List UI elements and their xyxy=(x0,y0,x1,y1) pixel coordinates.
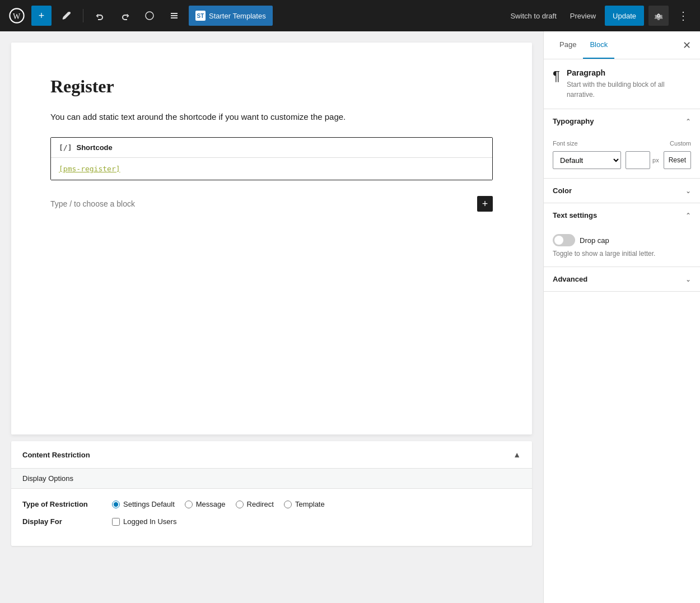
add-block-button[interactable]: + xyxy=(31,6,52,26)
checkbox-logged-in-label: Logged In Users xyxy=(123,517,176,526)
block-name: Paragraph xyxy=(567,68,691,77)
radio-template[interactable]: Template xyxy=(284,500,325,508)
content-restriction-toggle-icon: ▲ xyxy=(513,450,521,459)
display-for-row: Display For Logged In Users xyxy=(22,517,521,526)
display-options-bar: Display Options xyxy=(11,469,532,489)
svg-rect-3 xyxy=(171,13,178,14)
add-block-inline-button[interactable]: + xyxy=(477,196,493,212)
radio-template-input[interactable] xyxy=(284,501,292,508)
block-info: ¶ Paragraph Start with the building bloc… xyxy=(544,59,700,109)
pencil-icon-button[interactable] xyxy=(56,6,76,26)
list-view-button[interactable] xyxy=(164,6,184,26)
radio-message-input[interactable] xyxy=(185,501,193,508)
svg-text:W: W xyxy=(13,12,21,21)
info-button[interactable] xyxy=(139,6,160,26)
text-settings-chevron-icon: ⌃ xyxy=(685,212,691,219)
page-description: You can add static text around the short… xyxy=(50,110,493,124)
font-size-label: Font size xyxy=(553,140,665,147)
tab-page[interactable]: Page xyxy=(553,31,583,59)
close-sidebar-button[interactable]: ✕ xyxy=(683,31,691,59)
type-of-restriction-row: Type of Restriction Settings Default Mes… xyxy=(22,500,521,508)
advanced-section-title: Advanced xyxy=(553,275,587,283)
editor-canvas: Register You can add static text around … xyxy=(11,43,532,434)
font-size-controls: Default Small Normal Medium Large X-Larg… xyxy=(553,151,691,169)
sidebar-tabs: Page Block ✕ xyxy=(544,31,700,59)
font-size-unit: px xyxy=(652,157,659,163)
paragraph-icon: ¶ xyxy=(553,68,560,84)
right-sidebar: Page Block ✕ ¶ Paragraph Start with the … xyxy=(543,31,700,603)
wp-logo[interactable]: W xyxy=(7,6,27,26)
update-button[interactable]: Update xyxy=(605,6,644,26)
text-settings-section-body: Drop cap Toggle to show a large initial … xyxy=(544,227,700,267)
redo-button[interactable] xyxy=(115,6,135,26)
block-description: Start with the building block of all nar… xyxy=(567,80,691,100)
display-options-label: Display Options xyxy=(22,474,73,483)
restriction-radio-group: Settings Default Message Redirect T xyxy=(112,500,325,508)
radio-message[interactable]: Message xyxy=(185,500,226,508)
shortcode-icon: [/] xyxy=(59,143,72,152)
starter-templates-icon: ST xyxy=(195,11,206,21)
page-title: Register xyxy=(50,76,493,97)
tab-block[interactable]: Block xyxy=(583,31,614,59)
block-info-text: Paragraph Start with the building block … xyxy=(567,68,691,100)
radio-message-label: Message xyxy=(196,500,226,508)
display-for-label: Display For xyxy=(22,517,101,526)
drop-cap-label: Drop cap xyxy=(580,236,609,245)
color-section-title: Color xyxy=(553,186,572,195)
svg-rect-5 xyxy=(171,17,178,18)
font-size-custom-input[interactable] xyxy=(626,151,650,169)
reset-font-size-button[interactable]: Reset xyxy=(664,151,691,169)
undo-button[interactable] xyxy=(90,6,110,26)
drop-cap-toggle[interactable] xyxy=(553,234,575,246)
topbar-right: Switch to draft Preview Update ⋮ xyxy=(506,6,693,26)
starter-templates-button[interactable]: ST Starter Templates xyxy=(189,6,273,26)
typography-section: Typography ⌃ Font size Custom Default Sm… xyxy=(544,109,700,179)
preview-button[interactable]: Preview xyxy=(566,8,600,24)
radio-redirect-label: Redirect xyxy=(247,500,274,508)
font-size-custom-label: Custom xyxy=(670,140,691,147)
add-block-row: Type / to choose a block + xyxy=(50,191,493,216)
advanced-section: Advanced ⌄ xyxy=(544,267,700,292)
add-block-placeholder[interactable]: Type / to choose a block xyxy=(50,199,135,208)
radio-template-label: Template xyxy=(295,500,325,508)
radio-redirect[interactable]: Redirect xyxy=(236,500,274,508)
content-restriction-panel: Content Restriction ▲ Display Options Ty… xyxy=(11,441,532,546)
checkbox-logged-in-input[interactable] xyxy=(112,518,120,526)
checkbox-logged-in[interactable]: Logged In Users xyxy=(112,517,176,526)
starter-templates-label: Starter Templates xyxy=(209,12,266,20)
shortcode-header: [/] Shortcode xyxy=(51,138,492,158)
svg-point-2 xyxy=(146,12,153,20)
color-section-header[interactable]: Color ⌄ xyxy=(544,179,700,203)
type-of-restriction-label: Type of Restriction xyxy=(22,500,101,508)
text-settings-section: Text settings ⌃ Drop cap Toggle to show … xyxy=(544,203,700,267)
drop-cap-description: Toggle to show a large initial letter. xyxy=(553,250,691,258)
layout: Register You can add static text around … xyxy=(0,31,700,603)
typography-section-header[interactable]: Typography ⌃ xyxy=(544,109,700,133)
drop-cap-slider xyxy=(553,234,575,246)
font-size-labels-row: Font size Custom xyxy=(553,140,691,147)
drop-cap-toggle-row: Drop cap xyxy=(553,234,691,246)
font-size-select[interactable]: Default Small Normal Medium Large X-Larg… xyxy=(553,151,621,169)
separator-1 xyxy=(83,9,83,22)
more-options-button[interactable]: ⋮ xyxy=(673,6,693,26)
settings-button[interactable] xyxy=(648,6,669,26)
content-restriction-title: Content Restriction xyxy=(22,451,90,459)
radio-redirect-input[interactable] xyxy=(236,501,244,508)
shortcode-code: [pms-register] xyxy=(59,165,120,173)
color-section: Color ⌄ xyxy=(544,179,700,203)
radio-settings-default[interactable]: Settings Default xyxy=(112,500,175,508)
radio-settings-default-label: Settings Default xyxy=(123,500,175,508)
shortcode-block[interactable]: [/] Shortcode [pms-register] xyxy=(50,137,493,180)
cr-body: Type of Restriction Settings Default Mes… xyxy=(11,489,532,546)
typography-chevron-icon: ⌃ xyxy=(685,118,691,125)
content-restriction-header[interactable]: Content Restriction ▲ xyxy=(11,441,532,469)
svg-rect-4 xyxy=(171,15,178,16)
switch-to-draft-button[interactable]: Switch to draft xyxy=(506,8,561,24)
color-chevron-icon: ⌄ xyxy=(685,187,691,195)
radio-settings-default-input[interactable] xyxy=(112,501,120,508)
advanced-section-header[interactable]: Advanced ⌄ xyxy=(544,267,700,291)
shortcode-header-title: Shortcode xyxy=(76,143,112,152)
typography-section-body: Font size Custom Default Small Normal Me… xyxy=(544,133,700,178)
text-settings-section-header[interactable]: Text settings ⌃ xyxy=(544,203,700,227)
text-settings-section-title: Text settings xyxy=(553,211,597,219)
